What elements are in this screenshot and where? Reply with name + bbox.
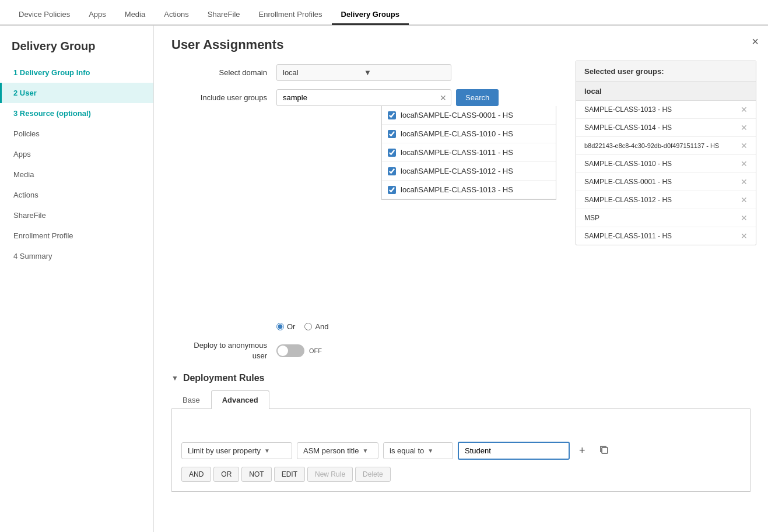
selected-group-0: SAMPLE-CLASS-1013 - HS ✕ bbox=[576, 101, 756, 119]
tab-advanced[interactable]: Advanced bbox=[211, 390, 269, 409]
sidebar-apps-label: Apps bbox=[13, 150, 31, 158]
domain-select[interactable]: local ▼ bbox=[276, 64, 451, 81]
tab-base[interactable]: Base bbox=[171, 390, 211, 409]
search-input-wrapper: ✕ bbox=[276, 89, 451, 106]
toggle-knob bbox=[278, 346, 288, 356]
sidebar-item-summary[interactable]: 4 Summary bbox=[0, 246, 153, 266]
remove-group-5[interactable]: ✕ bbox=[741, 195, 748, 205]
dropdown-label-0: local\SAMPLE-CLASS-0001 - HS bbox=[401, 111, 513, 119]
selected-group-3: SAMPLE-CLASS-1010 - HS ✕ bbox=[576, 155, 756, 173]
sidebar-actions-label: Actions bbox=[13, 191, 38, 199]
step-3-label: Resource (optional) bbox=[20, 109, 91, 118]
selected-groups-title: Selected user groups: bbox=[576, 61, 756, 82]
sidebar-item-actions[interactable]: Actions bbox=[0, 185, 153, 205]
nav-sharefile[interactable]: ShareFile bbox=[198, 5, 250, 25]
dropdown-item-2[interactable]: local\SAMPLE-CLASS-1011 - HS bbox=[382, 143, 556, 162]
dropdown-checkbox-3[interactable] bbox=[388, 167, 396, 175]
search-button[interactable]: Search bbox=[456, 89, 499, 106]
remove-group-1[interactable]: ✕ bbox=[741, 123, 748, 132]
include-groups-label: Include user groups bbox=[171, 89, 276, 102]
dropdown-label-2: local\SAMPLE-CLASS-1011 - HS bbox=[401, 148, 513, 157]
selected-group-label-2: b8d22143-e8c8-4c30-92db-d0f497151137 - H… bbox=[584, 142, 719, 149]
remove-group-0[interactable]: ✕ bbox=[741, 105, 748, 114]
rule-operator-arrow: ▼ bbox=[427, 448, 433, 454]
rule-value-input[interactable] bbox=[458, 442, 570, 460]
search-row: ✕ Search bbox=[276, 89, 556, 106]
dropdown-checkbox-2[interactable] bbox=[388, 149, 396, 157]
selected-group-label-1: SAMPLE-CLASS-1014 - HS bbox=[584, 124, 672, 132]
rule-add-button[interactable]: + bbox=[574, 442, 590, 459]
nav-device-policies[interactable]: Device Policies bbox=[9, 5, 79, 25]
selected-group-label-6: MSP bbox=[584, 214, 599, 222]
rule-select-attribute[interactable]: ASM person title ▼ bbox=[297, 442, 378, 459]
edit-button[interactable]: EDIT bbox=[274, 467, 305, 482]
sidebar-item-apps[interactable]: Apps bbox=[0, 144, 153, 164]
dropdown-checkbox-4[interactable] bbox=[388, 186, 396, 194]
domain-dropdown-arrow: ▼ bbox=[364, 68, 445, 77]
nav-enrollment-profiles[interactable]: Enrollment Profiles bbox=[250, 5, 332, 25]
remove-group-7[interactable]: ✕ bbox=[741, 231, 748, 241]
sidebar-item-user[interactable]: 2 User bbox=[0, 83, 153, 103]
dropdown-item-4[interactable]: local\SAMPLE-CLASS-1013 - HS bbox=[382, 181, 556, 199]
deployment-rules-header: ▼ Deployment Rules bbox=[171, 373, 751, 383]
dropdown-checkbox-1[interactable] bbox=[388, 130, 396, 138]
rule-copy-button[interactable] bbox=[595, 443, 613, 459]
deploy-anonymous-toggle[interactable] bbox=[276, 344, 304, 357]
selected-group-6: MSP ✕ bbox=[576, 209, 756, 227]
rule-select-operator[interactable]: is equal to ▼ bbox=[383, 442, 453, 459]
remove-group-2[interactable]: ✕ bbox=[741, 141, 748, 150]
and-button[interactable]: AND bbox=[181, 467, 211, 482]
rule-row: Limit by user property ▼ ASM person titl… bbox=[181, 442, 741, 460]
new-rule-button[interactable]: New Rule bbox=[307, 467, 353, 482]
selected-group-label-7: SAMPLE-CLASS-1011 - HS bbox=[584, 232, 672, 240]
nav-delivery-groups[interactable]: Delivery Groups bbox=[332, 5, 409, 25]
sidebar-item-policies[interactable]: Policies bbox=[0, 124, 153, 144]
collapse-arrow-icon[interactable]: ▼ bbox=[171, 374, 178, 382]
selected-group-2: b8d22143-e8c8-4c30-92db-d0f497151137 - H… bbox=[576, 137, 756, 155]
select-domain-label: Select domain bbox=[171, 68, 276, 77]
sidebar-media-label: Media bbox=[13, 170, 34, 179]
rules-area: Limit by user property ▼ ASM person titl… bbox=[171, 409, 751, 492]
sidebar-item-enrollment-profile[interactable]: Enrollment Profile bbox=[0, 226, 153, 246]
dropdown-item-3[interactable]: local\SAMPLE-CLASS-1012 - HS bbox=[382, 162, 556, 181]
remove-group-4[interactable]: ✕ bbox=[741, 177, 748, 186]
nav-apps[interactable]: Apps bbox=[79, 5, 115, 25]
dropdown-item-1[interactable]: local\SAMPLE-CLASS-1010 - HS bbox=[382, 125, 556, 143]
sidebar-enrollment-label: Enrollment Profile bbox=[13, 231, 73, 240]
and-radio[interactable] bbox=[304, 323, 312, 330]
or-and-row: Or And bbox=[276, 322, 751, 331]
or-radio-label[interactable]: Or bbox=[276, 322, 295, 331]
remove-group-6[interactable]: ✕ bbox=[741, 213, 748, 223]
close-button[interactable]: × bbox=[752, 35, 759, 48]
dropdown-item-0[interactable]: local\SAMPLE-CLASS-0001 - HS bbox=[382, 106, 556, 125]
delete-button[interactable]: Delete bbox=[355, 467, 391, 482]
and-label: And bbox=[315, 322, 328, 331]
domain-value: local bbox=[283, 68, 364, 77]
rule-select-property[interactable]: Limit by user property ▼ bbox=[181, 442, 292, 459]
content-area: × User Assignments Select domain local ▼… bbox=[154, 26, 768, 532]
clear-search-icon[interactable]: ✕ bbox=[440, 93, 447, 103]
sidebar-item-media[interactable]: Media bbox=[0, 164, 153, 185]
sidebar-item-sharefile[interactable]: ShareFile bbox=[0, 205, 153, 226]
sidebar-item-delivery-group-info[interactable]: 1 Delivery Group Info bbox=[0, 62, 153, 83]
step-2-num: 2 bbox=[13, 89, 20, 97]
dropdown-label-4: local\SAMPLE-CLASS-1013 - HS bbox=[401, 185, 513, 194]
rule-operator-value: is equal to bbox=[390, 446, 424, 455]
remove-group-3[interactable]: ✕ bbox=[741, 159, 748, 168]
not-button[interactable]: NOT bbox=[241, 467, 271, 482]
dropdown-checkbox-0[interactable] bbox=[388, 111, 396, 119]
sidebar: Delivery Group 1 Delivery Group Info 2 U… bbox=[0, 26, 154, 532]
sidebar-item-resource[interactable]: 3 Resource (optional) bbox=[0, 103, 153, 124]
step-4-num: 4 bbox=[13, 252, 20, 260]
nav-media[interactable]: Media bbox=[115, 5, 155, 25]
dropdown-label-3: local\SAMPLE-CLASS-1012 - HS bbox=[401, 167, 513, 175]
or-radio[interactable] bbox=[276, 323, 284, 330]
search-input[interactable] bbox=[276, 89, 451, 106]
and-radio-label[interactable]: And bbox=[304, 322, 328, 331]
or-button[interactable]: OR bbox=[213, 467, 239, 482]
deployment-rules-title: Deployment Rules bbox=[183, 373, 265, 383]
nav-actions[interactable]: Actions bbox=[155, 5, 198, 25]
page-title: User Assignments bbox=[171, 37, 751, 52]
step-4-label: Summary bbox=[20, 252, 52, 260]
rule-property-arrow: ▼ bbox=[264, 448, 270, 454]
